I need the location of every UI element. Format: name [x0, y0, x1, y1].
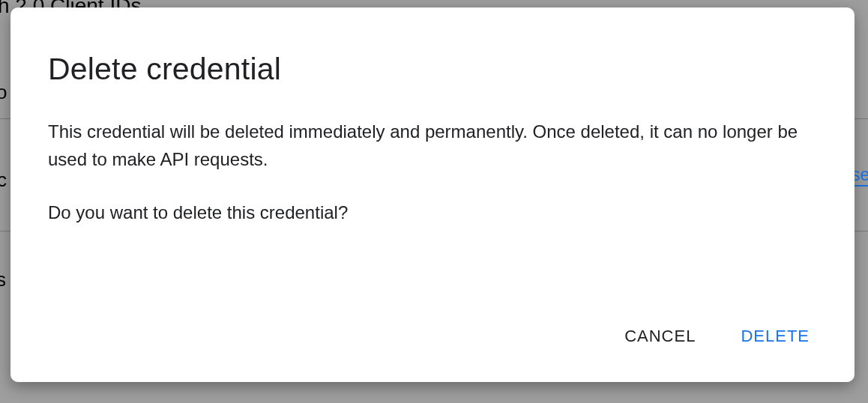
- dialog-actions: CANCEL DELETE: [48, 327, 817, 360]
- bg-char: c: [0, 169, 7, 192]
- dialog-title: Delete credential: [48, 52, 817, 86]
- bg-char: o: [0, 81, 7, 104]
- dialog-body-text-1: This credential will be deleted immediat…: [48, 118, 817, 173]
- dialog-body: This credential will be deleted immediat…: [48, 118, 817, 227]
- bg-char: s: [0, 268, 6, 291]
- delete-credential-dialog: Delete credential This credential will b…: [10, 7, 855, 382]
- dialog-body-text-2: Do you want to delete this credential?: [48, 199, 817, 226]
- cancel-button[interactable]: CANCEL: [624, 327, 696, 346]
- delete-button[interactable]: DELETE: [741, 327, 810, 346]
